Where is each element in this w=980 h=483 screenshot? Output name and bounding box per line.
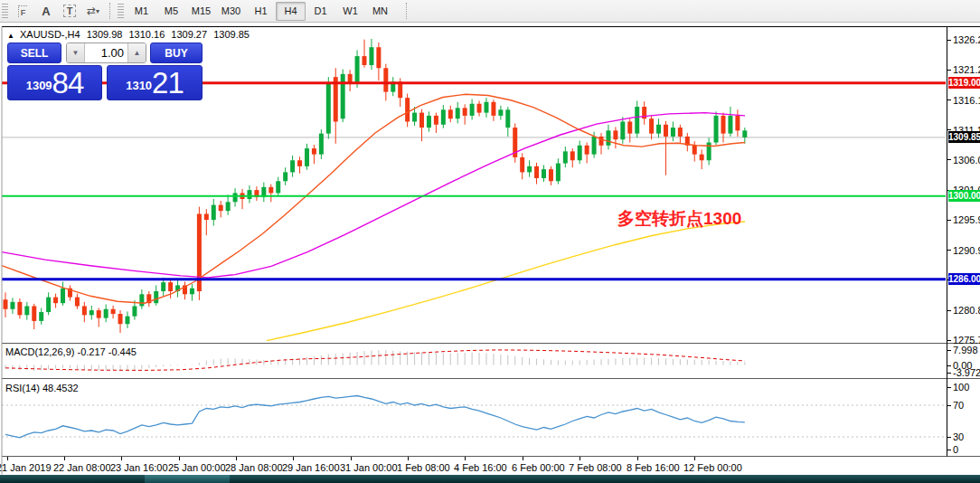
one-click-trade-widget: SELL ▼ 1.00 ▲ BUY 1309 84 1310 21 bbox=[7, 43, 203, 100]
buy-price-panel[interactable]: 1310 21 bbox=[107, 65, 203, 100]
date-tick-mark bbox=[523, 457, 523, 460]
macd-tick-label: -3.972 bbox=[953, 367, 980, 378]
price-tick-label: 1316.15 bbox=[953, 95, 980, 106]
price-tick-mark bbox=[947, 220, 951, 221]
date-tick-mark bbox=[408, 457, 409, 460]
macd-label: MACD(12,26,9) -0.217 -0.445 bbox=[5, 346, 137, 357]
price-tick-label: 1321.20 bbox=[953, 64, 980, 75]
price-tick-mark bbox=[947, 40, 951, 41]
date-label: 12 Feb 00:00 bbox=[683, 462, 742, 473]
date-tick-mark bbox=[351, 457, 352, 460]
sell-button[interactable]: SELL bbox=[7, 43, 61, 63]
date-tick-mark bbox=[694, 457, 695, 460]
rsi-tick-mark bbox=[947, 405, 951, 406]
macd-tick-mark bbox=[947, 350, 951, 351]
volume-down-button[interactable]: ▼ bbox=[67, 43, 85, 62]
chart-text-annotation[interactable]: 多空转折点1300 bbox=[617, 207, 741, 231]
date-tick-mark bbox=[465, 457, 466, 460]
macd-tick-mark bbox=[947, 373, 951, 374]
symbol-label: XAUUSD-,H4 bbox=[20, 29, 80, 40]
date-tick-mark bbox=[293, 457, 294, 460]
date-tick-mark bbox=[121, 457, 122, 460]
price-badge: 1319.00 bbox=[948, 77, 980, 89]
date-tick-mark bbox=[7, 457, 8, 460]
sell-price-panel[interactable]: 1309 84 bbox=[7, 65, 102, 100]
rsi-tick-label: 70 bbox=[953, 400, 964, 411]
macd-tick-mark bbox=[947, 365, 951, 366]
date-label: 1 Feb 08:00 bbox=[397, 462, 450, 473]
price-tick-label: 1306.05 bbox=[953, 155, 980, 166]
collapse-triangle-icon[interactable]: ▲ bbox=[7, 32, 14, 40]
date-label: 6 Feb 00:00 bbox=[512, 462, 565, 473]
date-label: 22 Jan 08:00 bbox=[53, 462, 111, 473]
price-tick-label: 1295.95 bbox=[953, 214, 980, 225]
price-tick-label: 1280.80 bbox=[953, 305, 980, 316]
rsi-tick-mark bbox=[947, 387, 951, 388]
date-label: 21 Jan 2019 bbox=[0, 462, 52, 473]
price-tick-mark bbox=[947, 340, 951, 341]
date-label: 4 Feb 16:00 bbox=[454, 462, 507, 473]
rsi-tick-label: 100 bbox=[953, 382, 969, 393]
date-tick-mark bbox=[236, 457, 237, 460]
date-label: 29 Jan 16:00 bbox=[282, 462, 340, 473]
date-label: 8 Feb 16:00 bbox=[627, 462, 680, 473]
date-tick-mark bbox=[179, 457, 180, 460]
rsi-tick-mark bbox=[947, 437, 951, 438]
price-tick-mark bbox=[947, 129, 951, 130]
date-label: 28 Jan 08:00 bbox=[225, 462, 283, 473]
quote-open: 1309.98 bbox=[87, 29, 123, 40]
buy-price-pips: 21 bbox=[152, 67, 184, 99]
price-tick-label: 1326.25 bbox=[953, 34, 980, 45]
volume-stepper: ▼ 1.00 ▲ bbox=[66, 43, 146, 63]
rsi-tick-label: 30 bbox=[953, 431, 964, 442]
volume-up-button[interactable]: ▲ bbox=[127, 43, 146, 62]
sell-price-big-figure: 1309 bbox=[26, 72, 52, 99]
quote-high: 1310.16 bbox=[129, 29, 165, 40]
price-badge: 1309.85 bbox=[948, 131, 980, 143]
date-label: 25 Jan 00:00 bbox=[168, 462, 226, 473]
date-label: 31 Jan 00:00 bbox=[340, 462, 398, 473]
macd-tick-label: 7.998 bbox=[953, 345, 978, 355]
quote-low: 1309.27 bbox=[171, 29, 207, 40]
rsi-tick-label: 0 bbox=[953, 444, 958, 455]
date-label: 7 Feb 08:00 bbox=[569, 462, 622, 473]
price-tick-mark bbox=[947, 250, 951, 251]
rsi-label: RSI(14) 48.4532 bbox=[5, 383, 79, 393]
rsi-tick-mark bbox=[947, 450, 951, 450]
price-tick-mark bbox=[947, 99, 951, 100]
price-badge: 1300.00 bbox=[948, 190, 980, 202]
quote-close: 1309.85 bbox=[213, 29, 250, 40]
volume-input[interactable]: 1.00 bbox=[85, 43, 127, 62]
sell-price-pips: 84 bbox=[52, 67, 84, 99]
buy-price-big-figure: 1310 bbox=[126, 72, 152, 99]
price-tick-mark bbox=[947, 310, 951, 311]
date-tick-mark bbox=[64, 457, 65, 460]
date-tick-mark bbox=[580, 457, 580, 460]
taskbar-strip[interactable] bbox=[0, 475, 980, 483]
price-badge: 1286.00 bbox=[948, 273, 980, 285]
taskbar-active-app[interactable] bbox=[145, 475, 230, 483]
date-tick-mark bbox=[637, 457, 638, 460]
buy-button[interactable]: BUY bbox=[150, 43, 203, 63]
date-label: 23 Jan 16:00 bbox=[110, 462, 168, 473]
price-tick-mark bbox=[947, 159, 951, 160]
price-tick-mark bbox=[947, 70, 951, 71]
quote-header: ▲ XAUUSD-,H4 1309.98 1310.16 1309.27 130… bbox=[7, 29, 253, 40]
price-tick-label: 1290.90 bbox=[953, 245, 980, 256]
